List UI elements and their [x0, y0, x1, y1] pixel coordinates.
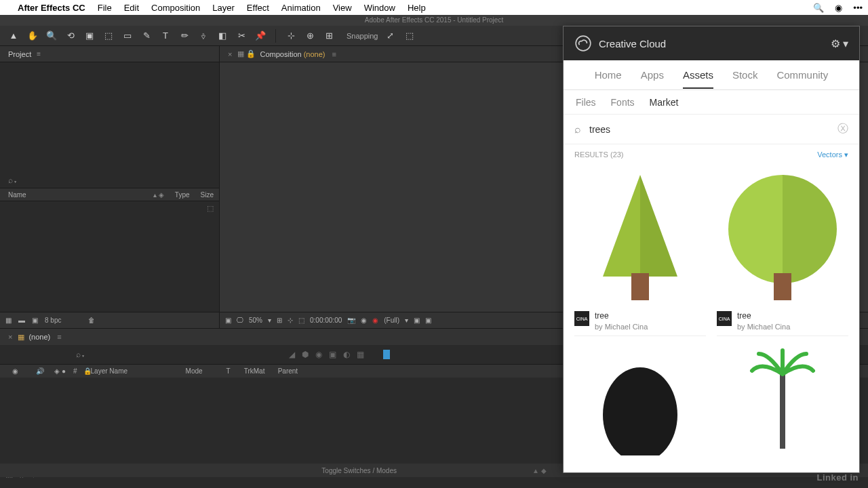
menu-effect[interactable]: Effect [247, 3, 269, 13]
snapping-label[interactable]: Snapping [347, 32, 378, 40]
menu-view[interactable]: View [333, 3, 352, 13]
folder-icon[interactable]: ▬ [18, 317, 25, 324]
channel-icon[interactable]: ◉ [361, 317, 367, 324]
shape-tool-icon[interactable]: ▭ [121, 29, 134, 43]
menu-layer[interactable]: Layer [212, 3, 235, 13]
toggle-switches-button[interactable]: Toggle Switches / Modes [321, 467, 397, 474]
overflow-icon[interactable]: ••• [853, 3, 863, 13]
eraser-tool-icon[interactable]: ◧ [216, 29, 229, 43]
timeline-tab[interactable]: (none) [28, 333, 50, 341]
timeline-search-icon[interactable]: ⌕▾ [76, 350, 85, 359]
playhead-icon[interactable] [383, 350, 390, 359]
app-menu[interactable]: After Effects CC [18, 3, 85, 13]
axis-view-icon[interactable]: ⊞ [322, 29, 336, 43]
col-number[interactable]: # [66, 367, 84, 375]
menu-help[interactable]: Help [408, 3, 426, 13]
cc-subtab-market[interactable]: Market [650, 97, 679, 108]
monitor-icon[interactable]: 🖵 [237, 317, 243, 324]
project-panel: Project ≡ ⌕▾ Name ▴ ◈ Type Size ⬚ ▦ ▬ ▣ … [0, 46, 220, 328]
bpc-label[interactable]: 8 bpc [45, 317, 61, 324]
menu-edit[interactable]: Edit [124, 3, 139, 13]
view-mode[interactable]: (Full) [384, 317, 399, 324]
zoom-tool-icon[interactable]: 🔍 [45, 29, 58, 43]
clone-tool-icon[interactable]: ⎀ [197, 29, 210, 43]
cc-tab-assets[interactable]: Assets [683, 69, 713, 89]
magnify-icon[interactable]: ▣ [225, 317, 231, 324]
axis-local-icon[interactable]: ⊹ [284, 29, 298, 43]
mblur-icon[interactable]: ◐ [343, 350, 350, 359]
view1-icon[interactable]: ▣ [414, 317, 420, 324]
selection-tool-icon[interactable]: ▲ [7, 29, 20, 43]
cc-tab-apps[interactable]: Apps [641, 69, 664, 81]
trash-icon[interactable]: 🗑 [88, 317, 95, 324]
comp-tab-label[interactable]: Composition [260, 50, 302, 58]
cc-search-input[interactable] [589, 124, 829, 135]
type-tool-icon[interactable]: T [159, 29, 172, 43]
col-parent[interactable]: Parent [271, 367, 304, 375]
project-list[interactable]: ⬚ [0, 201, 219, 312]
color-icon[interactable]: ◉ [372, 317, 378, 324]
grid-icon[interactable]: ⊹ [288, 317, 293, 324]
fx-icon[interactable]: ▣ [329, 350, 336, 359]
blur-icon[interactable]: ◉ [315, 350, 322, 359]
pen-tool-icon[interactable]: ✎ [140, 29, 153, 43]
col-layer-name[interactable]: Layer Name [84, 367, 179, 375]
view2-icon[interactable]: ▣ [425, 317, 431, 324]
panel-menu-icon[interactable]: ≡ [37, 50, 41, 58]
menu-animation[interactable]: Animation [281, 3, 321, 13]
cc-subtab-files[interactable]: Files [576, 97, 596, 108]
panel-menu-icon[interactable]: ≡ [57, 333, 61, 341]
snapshot-icon[interactable]: 📷 [347, 317, 355, 324]
svg-marker-2 [640, 175, 677, 277]
project-tab[interactable]: Project [8, 50, 31, 58]
asset-card[interactable]: CINA tree by Michael Cina [574, 165, 706, 336]
filter-dropdown[interactable]: Vectors ▾ [817, 150, 848, 159]
comp-icon[interactable]: ▣ [32, 317, 38, 324]
panel-menu-icon[interactable]: ≡ [332, 50, 336, 58]
label-col-icon[interactable]: ◈ [47, 367, 66, 375]
3d-icon[interactable]: ⬢ [302, 350, 309, 359]
project-bin[interactable] [0, 62, 219, 173]
brush-tool-icon[interactable]: ✏ [178, 29, 191, 43]
asset-card[interactable]: CINA tree by Michael Cina [717, 165, 848, 336]
roto-tool-icon[interactable]: ✂ [235, 29, 248, 43]
rotate-tool-icon[interactable]: ⟲ [64, 29, 77, 43]
flowchart-icon[interactable]: ⬚ [207, 204, 214, 213]
gear-icon[interactable]: ⚙ ▾ [831, 37, 848, 50]
cc-menubar-icon[interactable]: ◉ [835, 3, 842, 13]
axis-world-icon[interactable]: ⊕ [303, 29, 317, 43]
col-name[interactable]: Name [0, 191, 148, 199]
shy-icon[interactable]: ◢ [289, 350, 295, 359]
puppet-tool-icon[interactable]: 📌 [254, 29, 267, 43]
menu-file[interactable]: File [98, 3, 112, 13]
col-t[interactable]: T [220, 367, 237, 375]
timecode[interactable]: 0:00:00:00 [310, 317, 342, 324]
cc-tab-community[interactable]: Community [776, 69, 828, 81]
snap-toggle-icon[interactable]: ⤢ [384, 29, 397, 43]
camera-tool-icon[interactable]: ▣ [83, 29, 96, 43]
interpret-icon[interactable]: ▦ [5, 317, 12, 324]
guides-icon[interactable]: ⬚ [298, 317, 304, 324]
asset-card[interactable] [574, 347, 706, 455]
clear-search-icon[interactable]: ⓧ [837, 122, 848, 136]
eye-col-icon[interactable]: ◉ [5, 367, 25, 375]
cc-tab-home[interactable]: Home [595, 69, 622, 81]
pan-behind-tool-icon[interactable]: ⬚ [102, 29, 115, 43]
col-type[interactable]: Type [170, 191, 195, 199]
spotlight-icon[interactable]: 🔍 [813, 3, 824, 13]
hand-tool-icon[interactable]: ✋ [26, 29, 39, 43]
menu-composition[interactable]: Composition [151, 3, 200, 13]
asset-card[interactable] [717, 347, 848, 455]
search-icon[interactable]: ⌕▾ [8, 176, 18, 185]
menu-window[interactable]: Window [364, 3, 395, 13]
zoom-level[interactable]: 50% [249, 317, 262, 324]
col-trkmat[interactable]: TrkMat [237, 367, 271, 375]
linkedin-watermark: Linked in [816, 472, 859, 483]
cc-subtab-fonts[interactable]: Fonts [611, 97, 635, 108]
snap-box-icon[interactable]: ⬚ [403, 29, 416, 43]
cc-tab-stock[interactable]: Stock [732, 69, 758, 81]
graph-icon[interactable]: ▦ [357, 350, 364, 359]
col-mode[interactable]: Mode [179, 367, 220, 375]
resolution-icon[interactable]: ⊞ [277, 317, 282, 324]
col-size[interactable]: Size [195, 191, 219, 199]
